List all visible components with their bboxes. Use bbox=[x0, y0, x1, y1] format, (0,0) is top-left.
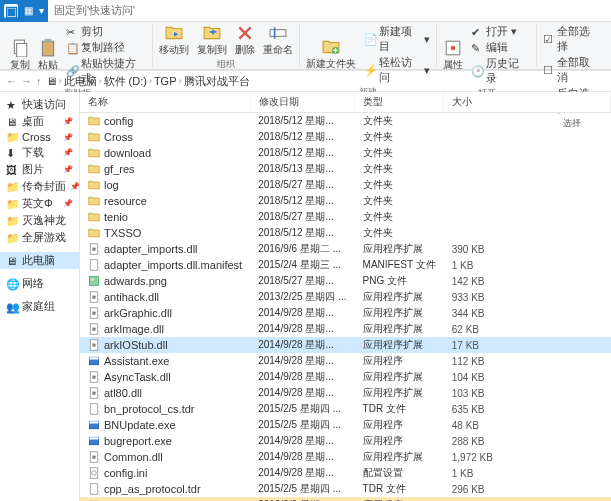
file-type: 文件夹 bbox=[355, 177, 444, 193]
file-row[interactable]: BNUpdate.exe2015/2/5 星期四 ...应用程序48 KB bbox=[80, 417, 611, 433]
file-name: AsyncTask.dll bbox=[104, 371, 171, 383]
copy-button[interactable]: 复制 bbox=[10, 39, 30, 72]
file-type: 文件夹 bbox=[355, 161, 444, 177]
delete-button[interactable]: 删除 bbox=[235, 24, 255, 57]
copy-path-button[interactable]: 📋复制路径 bbox=[66, 40, 146, 55]
svg-rect-29 bbox=[90, 421, 99, 423]
file-icon bbox=[88, 435, 100, 447]
file-row[interactable]: adapter_imports.dll.manifest2015/2/4 星期三… bbox=[80, 257, 611, 273]
new-folder-button[interactable]: 新建文件夹 bbox=[306, 38, 356, 71]
file-row[interactable]: Assistant.exe2014/9/28 星期...应用程序112 KB bbox=[80, 353, 611, 369]
file-date: 2018/5/27 星期... bbox=[250, 273, 354, 289]
nav-downloads[interactable]: ⬇下载📌 bbox=[0, 144, 79, 161]
file-size: 635 KB bbox=[444, 401, 611, 417]
nav-folder2[interactable]: 📁英文Φ📌 bbox=[0, 195, 79, 212]
cut-button[interactable]: ✂剪切 bbox=[66, 24, 146, 39]
file-date: 2016/9/6 星期二 ... bbox=[250, 497, 354, 501]
nav-folder3[interactable]: 📁灭逸神龙 bbox=[0, 212, 79, 229]
nav-folder4[interactable]: 📁全屏游戏 bbox=[0, 229, 79, 246]
open-button[interactable]: ✔打开▾ bbox=[471, 24, 529, 39]
back-button[interactable]: ← bbox=[6, 75, 17, 87]
file-icon bbox=[88, 403, 100, 415]
col-name[interactable]: 名称 bbox=[80, 92, 250, 113]
nav-folder1[interactable]: 📁传奇封面📌 bbox=[0, 178, 79, 195]
file-row[interactable]: antihack.dll2013/2/25 星期四 ...应用程序扩展933 K… bbox=[80, 289, 611, 305]
file-icon bbox=[88, 195, 100, 207]
file-date: 2014/9/28 星期... bbox=[250, 433, 354, 449]
file-row[interactable]: log2018/5/27 星期...文件夹 bbox=[80, 177, 611, 193]
col-date[interactable]: 修改日期 bbox=[250, 92, 354, 113]
file-row[interactable]: arkGraphic.dll2014/9/28 星期...应用程序扩展344 K… bbox=[80, 305, 611, 321]
file-date: 2014/9/28 星期... bbox=[250, 353, 354, 369]
file-row[interactable]: config.ini2014/9/28 星期...配置设置1 KB bbox=[80, 465, 611, 481]
file-icon bbox=[88, 467, 100, 479]
column-headers[interactable]: 名称 修改日期 类型 大小 bbox=[80, 92, 611, 113]
file-row[interactable]: Common.dll2014/9/28 星期...应用程序扩展1,972 KB bbox=[80, 449, 611, 465]
nav-network[interactable]: 🌐网络 bbox=[0, 275, 79, 292]
col-type[interactable]: 类型 bbox=[355, 92, 444, 113]
col-size[interactable]: 大小 bbox=[444, 92, 611, 113]
new-item-button[interactable]: 📄新建项目▾ bbox=[364, 24, 431, 54]
nav-quick-access[interactable]: ★快速访问 bbox=[0, 96, 79, 113]
edit-button[interactable]: ✎编辑 bbox=[471, 40, 529, 55]
file-row[interactable]: resource2018/5/12 星期...文件夹 bbox=[80, 193, 611, 209]
nav-folder-cross[interactable]: 📁Cross📌 bbox=[0, 130, 79, 144]
file-row[interactable]: adwards.png2018/5/27 星期...PNG 文件142 KB bbox=[80, 273, 611, 289]
properties-button[interactable]: 属性 bbox=[443, 39, 463, 72]
file-row[interactable]: Cross2018/5/12 星期...文件夹 bbox=[80, 129, 611, 145]
svg-rect-2 bbox=[42, 41, 53, 56]
move-to-button[interactable]: 移动到 bbox=[159, 24, 189, 57]
file-row[interactable]: AsyncTask.dll2014/9/28 星期...应用程序扩展104 KB bbox=[80, 369, 611, 385]
file-size bbox=[444, 129, 611, 145]
nav-desktop[interactable]: 🖥桌面📌 bbox=[0, 113, 79, 130]
file-type: TDR 文件 bbox=[355, 481, 444, 497]
nav-pictures[interactable]: 🖼图片📌 bbox=[0, 161, 79, 178]
nav-homegroup[interactable]: 👥家庭组 bbox=[0, 298, 79, 315]
file-size: 390 KB bbox=[444, 241, 611, 257]
file-list[interactable]: 名称 修改日期 类型 大小 config2018/5/12 星期...文件夹Cr… bbox=[80, 92, 611, 501]
file-row[interactable]: adapter_imports.dll2016/9/6 星期二 ...应用程序扩… bbox=[80, 241, 611, 257]
file-size: 62 KB bbox=[444, 321, 611, 337]
file-row[interactable]: bn_protocol_cs.tdr2015/2/5 星期四 ...TDR 文件… bbox=[80, 401, 611, 417]
ribbon-group-clipboard: 复制 粘贴 ✂剪切 📋复制路径 🔗粘贴快捷方式 剪贴板 bbox=[4, 24, 153, 67]
file-type: 应用程序扩展 bbox=[355, 449, 444, 465]
file-date: 2013/2/25 星期四 ... bbox=[250, 289, 354, 305]
file-row[interactable]: download2018/5/12 星期...文件夹 bbox=[80, 145, 611, 161]
file-type: 配置设置 bbox=[355, 465, 444, 481]
file-row[interactable]: dz.exe2016/9/6 星期二 ...应用程序3,626 KB bbox=[80, 497, 611, 501]
select-all-button[interactable]: ☑全部选择 bbox=[543, 24, 601, 54]
nav-this-pc[interactable]: 🖥此电脑 bbox=[0, 252, 79, 269]
file-row[interactable]: bugreport.exe2014/9/28 星期...应用程序288 KB bbox=[80, 433, 611, 449]
file-type: 应用程序 bbox=[355, 417, 444, 433]
qat-properties-icon[interactable]: ▦ bbox=[24, 5, 33, 16]
up-button[interactable]: ↑ bbox=[36, 75, 42, 87]
ribbon-group-organize: 移动到 复制到 删除 重命名 组织 bbox=[153, 24, 300, 67]
copy-to-button[interactable]: 复制到 bbox=[197, 24, 227, 57]
file-row[interactable]: config2018/5/12 星期...文件夹 bbox=[80, 113, 611, 130]
forward-button[interactable]: → bbox=[21, 75, 32, 87]
file-size bbox=[444, 209, 611, 225]
file-row[interactable]: gf_res2018/5/13 星期...文件夹 bbox=[80, 161, 611, 177]
file-icon bbox=[88, 291, 100, 303]
ribbon-group-new: 新建文件夹 📄新建项目▾ ⚡轻松访问▾ 新建 bbox=[300, 24, 438, 67]
file-date: 2018/5/27 星期... bbox=[250, 209, 354, 225]
file-row[interactable]: tenio2018/5/27 星期...文件夹 bbox=[80, 209, 611, 225]
file-type: 应用程序 bbox=[355, 497, 444, 501]
file-type: 应用程序扩展 bbox=[355, 385, 444, 401]
breadcrumb[interactable]: 🖥 › 此电脑› 软件 (D:)› TGP› 腾讯对战平台 bbox=[46, 74, 606, 89]
qat-new-folder-icon[interactable]: ▾ bbox=[39, 5, 44, 16]
file-type: 文件夹 bbox=[355, 145, 444, 161]
file-type: PNG 文件 bbox=[355, 273, 444, 289]
file-row[interactable]: arkImage.dll2014/9/28 星期...应用程序扩展62 KB bbox=[80, 321, 611, 337]
file-icon bbox=[88, 147, 100, 159]
file-icon bbox=[88, 227, 100, 239]
file-icon bbox=[88, 371, 100, 383]
file-icon bbox=[88, 115, 100, 127]
tab-indicator[interactable]: 固定到'快速访问' bbox=[54, 3, 135, 18]
paste-button[interactable]: 粘贴 bbox=[38, 39, 58, 72]
file-row[interactable]: TXSSO2018/5/12 星期...文件夹 bbox=[80, 225, 611, 241]
file-row[interactable]: cpp_as_protocol.tdr2015/2/5 星期四 ...TDR 文… bbox=[80, 481, 611, 497]
file-row[interactable]: arkIOStub.dll2014/9/28 星期...应用程序扩展17 KB bbox=[80, 337, 611, 353]
file-row[interactable]: atl80.dll2014/9/28 星期...应用程序扩展103 KB bbox=[80, 385, 611, 401]
rename-button[interactable]: 重命名 bbox=[263, 24, 293, 57]
